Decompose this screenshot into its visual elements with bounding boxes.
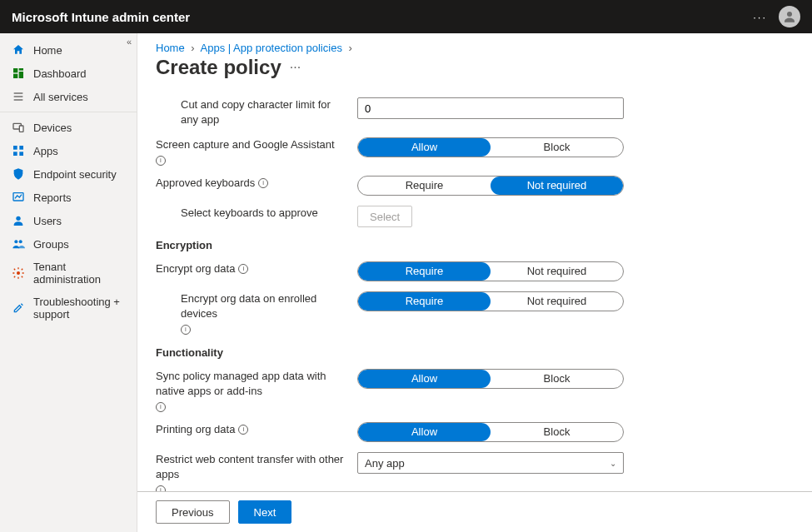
select-kb-button: Select <box>357 206 412 227</box>
encrypt-enrolled-label: Encrypt org data on enrolled devicesi <box>156 291 347 335</box>
encrypt-require[interactable]: Require <box>358 262 491 281</box>
sidebar-item-label: Reports <box>33 191 72 204</box>
info-icon[interactable]: i <box>238 264 248 274</box>
breadcrumb-home[interactable]: Home <box>156 42 185 54</box>
product-title: Microsoft Intune admin center <box>12 10 190 24</box>
sync-allow[interactable]: Allow <box>358 370 491 388</box>
sidebar-item-users[interactable]: Users <box>0 209 137 232</box>
sidebar-item-groups[interactable]: Groups <box>0 232 137 256</box>
sidebar-item-label: Endpoint security <box>33 168 117 181</box>
encrypt-notrequired[interactable]: Not required <box>491 262 623 281</box>
chevron-down-icon: ⌄ <box>610 459 616 468</box>
svg-point-16 <box>14 240 17 243</box>
sidebar-item-dashboard[interactable]: Dashboard <box>0 62 137 85</box>
svg-rect-9 <box>19 126 23 132</box>
screencap-allow[interactable]: Allow <box>358 138 491 157</box>
svg-rect-3 <box>19 72 23 78</box>
sidebar-item-all-services[interactable]: All services <box>0 85 137 108</box>
app-header: Microsoft Intune admin center ··· <box>0 0 812 33</box>
users-icon <box>12 214 25 227</box>
sidebar-item-label: Groups <box>33 238 69 251</box>
cutcopy-limit-input[interactable] <box>357 97 624 119</box>
encrypt-label: Encrypt org datai <box>156 261 347 276</box>
svg-rect-4 <box>13 74 17 78</box>
sidebar-item-label: Apps <box>33 145 58 157</box>
tools-icon <box>12 301 25 315</box>
sidebar-item-label: Devices <box>33 122 72 134</box>
sidebar-item-label: Troubleshooting + support <box>33 296 128 321</box>
info-icon[interactable]: i <box>258 178 268 188</box>
encrypt-enrolled-notrequired[interactable]: Not required <box>491 292 623 311</box>
shield-icon <box>12 167 25 181</box>
cutcopy-limit-label: Cut and copy character limit for any app <box>156 97 347 127</box>
svg-rect-13 <box>19 152 23 156</box>
restrict-web-label: Restrict web content transfer with other… <box>156 452 347 491</box>
printing-label: Printing org datai <box>156 422 347 437</box>
sidebar-item-tenant-administration[interactable]: Tenant administration <box>0 256 137 291</box>
all-services-icon <box>12 90 25 103</box>
svg-point-15 <box>16 216 20 221</box>
section-functionality: Functionality <box>156 346 794 359</box>
svg-point-17 <box>19 240 22 243</box>
info-icon[interactable]: i <box>181 325 191 335</box>
section-encryption: Encryption <box>156 239 794 251</box>
more-icon[interactable]: ··· <box>753 11 767 23</box>
encrypt-enrolled-require[interactable]: Require <box>358 292 491 311</box>
sidebar-item-label: Home <box>33 44 62 57</box>
devices-icon <box>12 121 25 134</box>
svg-rect-10 <box>13 146 17 150</box>
printing-allow[interactable]: Allow <box>358 423 491 441</box>
approved-kb-notrequired[interactable]: Not required <box>491 177 623 195</box>
sidebar-item-label: All services <box>33 91 88 103</box>
sidebar-item-endpoint-security[interactable]: Endpoint security <box>0 162 137 186</box>
sidebar: « Home Dashboard All services Devices Ap… <box>0 33 137 532</box>
sync-label: Sync policy managed app data with native… <box>156 369 347 412</box>
screencap-toggle[interactable]: Allow Block <box>357 137 624 157</box>
screencap-block[interactable]: Block <box>491 138 623 157</box>
svg-rect-12 <box>13 152 17 156</box>
info-icon[interactable]: i <box>156 485 166 491</box>
chevron-right-icon: › <box>191 42 194 54</box>
approved-kb-toggle[interactable]: Require Not required <box>357 176 624 196</box>
svg-rect-11 <box>19 146 23 150</box>
info-icon[interactable]: i <box>156 156 166 166</box>
groups-icon <box>12 237 25 251</box>
tenant-icon <box>12 266 25 280</box>
approved-kb-require[interactable]: Require <box>358 177 491 195</box>
encrypt-enrolled-toggle[interactable]: Require Not required <box>357 291 624 311</box>
sidebar-item-label: Users <box>33 215 62 227</box>
encrypt-toggle[interactable]: Require Not required <box>357 261 624 281</box>
info-icon[interactable]: i <box>238 425 248 435</box>
apps-icon <box>12 144 25 157</box>
sidebar-item-home[interactable]: Home <box>0 38 137 62</box>
restrict-web-select[interactable]: Any app ⌄ <box>357 452 624 474</box>
svg-point-0 <box>787 12 792 17</box>
sidebar-item-devices[interactable]: Devices <box>0 116 137 139</box>
svg-rect-2 <box>19 68 23 71</box>
avatar[interactable] <box>779 6 800 27</box>
sync-block[interactable]: Block <box>491 370 623 388</box>
screencap-label: Screen capture and Google Assistanti <box>156 137 347 166</box>
printing-toggle[interactable]: Allow Block <box>357 422 624 442</box>
dashboard-icon <box>12 67 25 80</box>
breadcrumb-apps-policies[interactable]: Apps | App protection policies <box>201 42 342 54</box>
sidebar-item-label: Dashboard <box>33 67 87 80</box>
select-kb-label: Select keyboards to approve <box>156 206 347 221</box>
collapse-icon[interactable]: « <box>127 37 132 47</box>
next-button[interactable]: Next <box>238 500 292 524</box>
breadcrumb: Home › Apps | App protection policies › <box>137 33 812 56</box>
sidebar-item-label: Tenant administration <box>33 261 128 286</box>
page-more-icon[interactable]: ··· <box>290 61 301 74</box>
page-title: Create policy <box>156 56 281 79</box>
form-body: Cut and copy character limit for any app… <box>137 84 812 491</box>
sidebar-item-troubleshooting[interactable]: Troubleshooting + support <box>0 291 137 326</box>
sidebar-item-apps[interactable]: Apps <box>0 139 137 162</box>
reports-icon <box>12 191 25 204</box>
sync-toggle[interactable]: Allow Block <box>357 369 624 389</box>
svg-point-18 <box>17 271 20 275</box>
printing-block[interactable]: Block <box>491 423 623 441</box>
sidebar-item-reports[interactable]: Reports <box>0 186 137 209</box>
info-icon[interactable]: i <box>156 402 166 412</box>
restrict-web-value: Any app <box>365 457 405 470</box>
previous-button[interactable]: Previous <box>156 500 230 524</box>
